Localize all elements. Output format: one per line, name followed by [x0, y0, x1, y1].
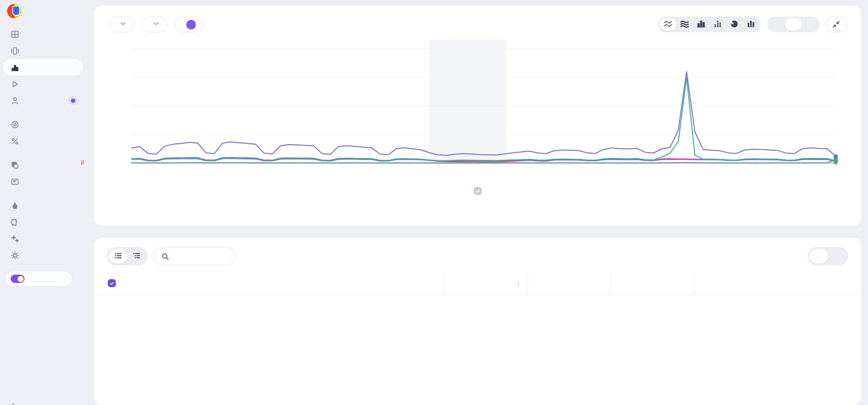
- tag-manager-icon: [10, 160, 19, 170]
- chart-type-pie-button[interactable]: [726, 18, 743, 31]
- chart-type-lines-button[interactable]: [660, 18, 676, 31]
- settings-icon: [10, 251, 19, 260]
- attraction-icon: [10, 201, 19, 210]
- chart-pie-icon: [730, 19, 739, 30]
- absolute-mode-button[interactable]: [809, 249, 828, 264]
- chevron-down-icon: [153, 20, 159, 29]
- sidebar: β △: [0, 0, 86, 405]
- legend-checkbox[interactable]: [474, 187, 482, 195]
- series-endpoint-1: [834, 159, 838, 163]
- chart-stacked-icon: [713, 19, 722, 30]
- size-l-button[interactable]: [802, 18, 818, 31]
- chart-type-stacked-button[interactable]: [709, 18, 726, 31]
- chart-areas-icon: [680, 19, 689, 30]
- sidebar-item-integrations[interactable]: [3, 214, 83, 230]
- chart-columns-icon: [746, 19, 756, 30]
- header-dimension-cell[interactable]: [94, 272, 443, 294]
- header-col-visitors[interactable]: [527, 272, 610, 294]
- sidebar-item-behavior[interactable]: [3, 76, 83, 92]
- sidebar-item-variocube[interactable]: [3, 173, 83, 190]
- header-col-visits[interactable]: ↓: [443, 272, 527, 294]
- table-panel: ↓: [94, 238, 861, 405]
- sidebar-item-settings[interactable]: [3, 247, 83, 264]
- sort-desc-icon: ↓: [517, 280, 520, 287]
- collapse-chart-button[interactable]: [826, 17, 846, 32]
- reports-icon: [10, 63, 19, 72]
- overview-icon: [10, 29, 19, 39]
- notes-button[interactable]: [175, 17, 204, 32]
- table-header: ↓: [94, 272, 861, 295]
- header-checkbox[interactable]: [108, 279, 116, 287]
- chart-type-areas-button[interactable]: [676, 18, 693, 31]
- view-tree-list-button[interactable]: [127, 249, 146, 264]
- sidebar-item-report[interactable]: △: [10, 401, 21, 405]
- flat-list-icon: [114, 252, 122, 261]
- view-toggle: [107, 247, 148, 265]
- metrika-logo-icon: [6, 3, 22, 19]
- beta-badge: β: [81, 159, 84, 165]
- app-logo[interactable]: [6, 3, 25, 19]
- chart-size-selector: [767, 17, 820, 32]
- holiday-highlight-band: [429, 40, 506, 163]
- search-icon: [161, 252, 169, 260]
- conversions-icon: [10, 136, 19, 146]
- sidebar-item-tag-manager[interactable]: β: [3, 157, 83, 173]
- percent-mode-button[interactable]: [828, 249, 846, 264]
- chart-type-columns-button[interactable]: [743, 18, 759, 31]
- toggle-switch-icon[interactable]: [11, 275, 24, 283]
- tree-list-icon: [132, 252, 141, 261]
- size-m-button[interactable]: [785, 18, 802, 31]
- view-flat-list-button[interactable]: [109, 249, 127, 264]
- chart-type-bars-button[interactable]: [693, 18, 709, 31]
- header-col-bounce[interactable]: [610, 272, 694, 294]
- legend-selected-info[interactable]: [474, 187, 482, 195]
- chart-legend-row-1: [94, 187, 861, 195]
- sidebar-item-overview[interactable]: [3, 26, 83, 42]
- search-input[interactable]: [154, 247, 236, 265]
- sidebar-item-attraction[interactable]: [3, 197, 83, 214]
- chart-bars-icon: [697, 19, 706, 30]
- series-endpoint-0: [834, 154, 838, 158]
- sidebar-item-reports[interactable]: [3, 59, 83, 76]
- visitors-notification-badge: [68, 96, 77, 105]
- sidebar-item-conversions[interactable]: [3, 133, 83, 149]
- integrations-icon: [10, 217, 19, 227]
- chart-panel: [94, 6, 861, 226]
- header-col-time[interactable]: [779, 272, 861, 294]
- traffic-line-chart[interactable]: [131, 40, 836, 165]
- chart-toolbar: [658, 17, 846, 32]
- notes-count-badge: [186, 20, 196, 29]
- sidebar-item-visitors[interactable]: [3, 92, 83, 109]
- sidebar-item-goals[interactable]: [3, 116, 83, 133]
- visitors-icon: [10, 96, 19, 105]
- goals-icon: [10, 120, 19, 129]
- behavior-icon: [10, 79, 19, 88]
- period-dropdown[interactable]: [142, 17, 167, 32]
- megaphone-icon: △: [10, 401, 16, 405]
- chart-lines-icon: [663, 19, 673, 30]
- header-col-depth[interactable]: [694, 272, 779, 294]
- size-s-button[interactable]: [768, 18, 785, 31]
- new-reports-toggle[interactable]: [5, 271, 72, 287]
- insights-icon: [10, 234, 19, 243]
- dashboards-icon: [10, 46, 19, 55]
- chart-type-selector: [658, 17, 761, 32]
- chart-controls: [108, 17, 204, 32]
- sidebar-item-dashboards[interactable]: [3, 42, 83, 59]
- metric-dropdown[interactable]: [108, 17, 134, 32]
- variocube-icon: [10, 177, 19, 186]
- collapse-icon: [832, 20, 841, 29]
- value-mode-selector: [808, 247, 848, 265]
- sidebar-item-insights[interactable]: [3, 230, 83, 247]
- chevron-down-icon: [120, 20, 126, 29]
- table-controls: [107, 247, 848, 265]
